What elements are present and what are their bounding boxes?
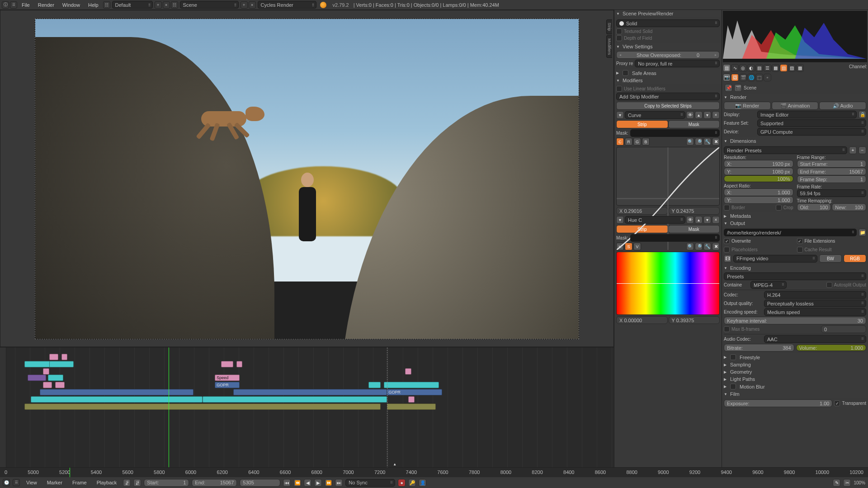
scene-add-icon[interactable]: + — [241, 1, 248, 9]
panel-freestyle[interactable]: ▶Freestyle — [722, 353, 868, 361]
file-ext-check[interactable] — [797, 238, 803, 244]
curve-name-field[interactable]: Curve — [625, 111, 685, 119]
ctx-scene-icon[interactable]: 🎬 — [739, 74, 747, 81]
scope-d-icon[interactable]: ▩ — [796, 64, 804, 72]
border-check[interactable] — [724, 205, 730, 211]
strip[interactable] — [408, 396, 415, 403]
strip[interactable] — [221, 361, 233, 367]
device-select[interactable]: GPU Compute — [757, 128, 866, 136]
keying-set-icon[interactable]: 🔑 — [408, 479, 416, 487]
strip[interactable] — [28, 375, 46, 381]
menu-file[interactable]: File — [18, 1, 33, 9]
scene-delete-icon[interactable]: × — [249, 1, 256, 9]
audio-button[interactable]: 🔊 Audio — [819, 102, 866, 110]
safe-areas-check[interactable] — [623, 70, 628, 76]
screen-layout-select[interactable]: Default — [112, 1, 153, 9]
overexposed-field[interactable]: ◂Show Overexposed:0▸ — [616, 51, 720, 59]
curve-r-chip[interactable]: R — [625, 138, 632, 145]
playhead[interactable]: 01:28+30 — [169, 347, 169, 477]
panel-sampling[interactable]: ▶Sampling — [722, 361, 868, 368]
preset-del-icon[interactable]: − — [859, 146, 866, 154]
strip[interactable] — [24, 404, 381, 410]
proxy-render-select[interactable]: No proxy, full re — [635, 60, 720, 67]
strip[interactable] — [236, 361, 243, 367]
ctx-more-icon[interactable]: ▫ — [764, 74, 771, 81]
render-button[interactable]: 📷 Render — [724, 102, 771, 110]
tl-opt2-icon[interactable]: ✂ — [843, 479, 851, 487]
tl-range-icon[interactable]: ⭿ — [123, 479, 131, 487]
layout-delete-icon[interactable]: × — [163, 1, 170, 9]
scope-hist-icon[interactable]: ▥ — [723, 64, 731, 72]
hue-mask-select[interactable] — [630, 234, 720, 242]
curve-expand-icon[interactable]: ▾ — [616, 111, 624, 119]
panel-view-settings[interactable]: ▼View Settings — [614, 43, 722, 50]
scope-a-icon[interactable]: ▦ — [772, 64, 779, 72]
codec-select[interactable]: H.264 — [764, 291, 866, 299]
tl-opt1-icon[interactable]: ✎ — [833, 479, 840, 487]
curve-zoomout-icon[interactable]: 🔎 — [695, 138, 703, 145]
crop-check[interactable] — [776, 205, 782, 211]
remap-new-field[interactable]: New:100 — [832, 203, 866, 211]
bw-button[interactable]: BW — [819, 254, 842, 263]
sync-mode-select[interactable]: No Sync — [345, 479, 395, 487]
maxb-check[interactable] — [724, 326, 730, 332]
timeline-playhead[interactable] — [70, 468, 70, 477]
remap-old-field[interactable]: Old:100 — [797, 203, 831, 211]
panel-geometry[interactable]: ▶Geometry — [722, 368, 868, 375]
scope-wave-icon[interactable]: ∿ — [731, 64, 739, 72]
transparent-check[interactable] — [834, 400, 840, 406]
jump-end-icon[interactable]: ⏭ — [335, 479, 343, 487]
curve-c-chip[interactable]: C — [616, 138, 624, 145]
panel-render[interactable]: ▼Render — [722, 94, 868, 101]
end-frame-field[interactable]: End Frame:15067 — [797, 168, 867, 175]
scope-parade-icon[interactable]: ☰ — [764, 64, 771, 72]
timeline-ruler[interactable]: 0500052005400560058006000620064006600680… — [0, 468, 868, 477]
curve-delete-icon[interactable]: × — [712, 111, 720, 119]
panel-scene-preview[interactable]: ▼Scene Preview/Render — [614, 10, 722, 17]
scope-luma-icon[interactable]: ◐ — [747, 64, 755, 72]
tl-menu-playback[interactable]: Playback — [93, 479, 121, 486]
curve-tab-mask[interactable]: Mask — [668, 120, 720, 128]
side-tab-strip[interactable]: Strip — [606, 19, 612, 34]
strip-speed[interactable]: Speed — [215, 375, 239, 381]
hue-y-readout[interactable]: Y 0.39375 — [669, 316, 720, 324]
strip[interactable] — [43, 368, 49, 375]
display-select[interactable]: Image Editor — [757, 111, 857, 118]
textured-solid-check[interactable] — [616, 28, 622, 34]
side-tab-modifiers[interactable]: Modifiers — [606, 35, 612, 58]
layout-add-icon[interactable]: + — [155, 1, 162, 9]
scope-rgb-icon[interactable]: ▤ — [755, 64, 763, 72]
panel-light-paths[interactable]: ▶Light Paths — [722, 375, 868, 383]
hue-x-readout[interactable]: X 0.00000 — [616, 316, 668, 324]
freestyle-check[interactable] — [730, 354, 736, 360]
strip[interactable] — [387, 404, 436, 410]
histogram-scope[interactable] — [723, 11, 867, 62]
curve-mask-select[interactable] — [630, 129, 720, 137]
strip[interactable] — [49, 361, 74, 367]
render-presets-select[interactable]: Render Presets — [724, 146, 847, 154]
motion-blur-check[interactable] — [730, 384, 736, 389]
container-select[interactable]: MPEG-4 — [750, 281, 787, 289]
panel-safe-areas[interactable]: ▶Safe Areas — [614, 69, 722, 77]
curve-clip-icon[interactable]: ✖ — [712, 138, 720, 145]
strip-gopr2[interactable]: GOPR — [387, 389, 442, 395]
play-icon[interactable]: ▶ — [314, 479, 322, 487]
aspect-x-field[interactable]: X:1.000 — [724, 188, 793, 196]
strip[interactable] — [43, 382, 52, 388]
preview-viewport[interactable] — [35, 19, 579, 339]
hue-name-field[interactable]: Hue C — [625, 216, 685, 224]
ctx-render-icon[interactable]: 📷 — [723, 74, 731, 81]
res-scale-slider[interactable]: 100% — [724, 175, 793, 182]
tl-menu-marker[interactable]: Marker — [43, 479, 66, 486]
curve-b-chip[interactable]: B — [642, 138, 650, 145]
res-x-field[interactable]: X:1920 px — [724, 160, 793, 168]
display-lock-icon[interactable]: 🔒 — [859, 111, 866, 118]
curve-editor[interactable] — [616, 147, 720, 206]
maxb-field[interactable]: 0 — [821, 325, 866, 333]
strip[interactable] — [368, 382, 381, 388]
scene-browse-icon[interactable]: ☷ — [171, 1, 178, 9]
panel-encoding[interactable]: ▼Encoding — [722, 264, 868, 272]
speed-select[interactable]: Medium speed — [764, 308, 866, 316]
scene-select[interactable]: Scene — [180, 1, 239, 9]
panel-modifiers[interactable]: ▼Modifiers — [614, 77, 722, 84]
